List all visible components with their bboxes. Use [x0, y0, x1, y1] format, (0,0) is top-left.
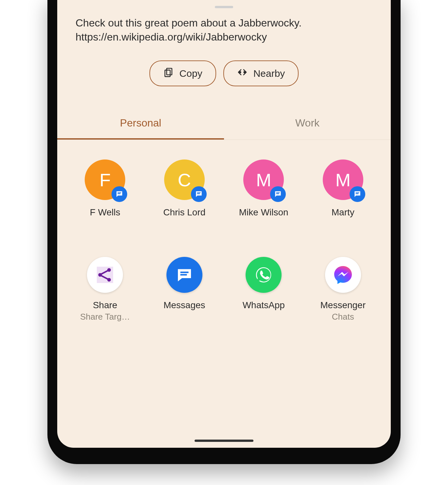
nearby-label: Nearby: [253, 68, 285, 79]
whatsapp-icon: [246, 257, 282, 293]
messenger-icon: [325, 257, 361, 293]
contact-label: Marty: [332, 207, 354, 218]
sheet-drag-handle[interactable]: [215, 6, 233, 8]
svg-rect-4: [118, 192, 121, 193]
action-row: Copy Nearby: [57, 60, 391, 86]
app-sublabel: Share Targ…: [80, 312, 130, 322]
app-label: Messenger: [320, 300, 366, 310]
nearby-icon: [237, 67, 248, 80]
gesture-nav-bar[interactable]: [195, 440, 253, 442]
svg-rect-7: [197, 193, 200, 194]
messages-badge-icon: [270, 186, 286, 202]
svg-rect-6: [197, 192, 200, 193]
svg-point-2: [239, 72, 241, 73]
contact-label: Chris Lord: [163, 207, 205, 218]
contact-item[interactable]: M Mike Wilson: [226, 159, 302, 218]
app-label: WhatsApp: [243, 300, 285, 310]
messages-icon: [166, 257, 202, 293]
share-preview-text: Check out this great poem about a Jabber…: [57, 16, 391, 44]
messages-badge-icon: [112, 186, 127, 202]
app-item-share[interactable]: Share Share Targ…: [67, 257, 143, 322]
app-item-whatsapp[interactable]: WhatsApp: [226, 257, 302, 322]
svg-rect-8: [276, 192, 280, 193]
nearby-button[interactable]: Nearby: [223, 60, 299, 86]
contact-item[interactable]: F F Wells: [67, 159, 143, 218]
share-text-line1: Check out this great poem about a Jabber…: [76, 16, 372, 30]
svg-rect-18: [180, 272, 188, 273]
copy-button[interactable]: Copy: [149, 60, 216, 86]
app-targets: Share Share Targ… Messages: [57, 237, 391, 322]
app-sublabel: Chats: [332, 312, 354, 322]
profile-tabs: Personal Work: [57, 109, 391, 140]
svg-rect-11: [355, 193, 358, 194]
svg-rect-1: [165, 70, 170, 77]
svg-point-3: [244, 72, 245, 73]
direct-share-contacts: F F Wells C Chris Lord M: [57, 140, 391, 218]
phone-frame: Check out this great poem about a Jabber…: [47, 0, 401, 464]
contact-label: F Wells: [90, 207, 120, 218]
svg-rect-10: [355, 192, 359, 193]
app-item-messenger[interactable]: Messenger Chats: [305, 257, 381, 322]
app-item-messages[interactable]: Messages: [146, 257, 223, 322]
share-icon: [87, 257, 123, 293]
contact-item[interactable]: C Chris Lord: [146, 159, 223, 218]
messages-badge-icon: [191, 186, 207, 202]
share-sheet: Check out this great poem about a Jabber…: [57, 0, 391, 448]
app-label: Messages: [164, 300, 205, 310]
contact-item[interactable]: M Marty: [305, 159, 381, 218]
copy-label: Copy: [180, 68, 202, 79]
tab-personal[interactable]: Personal: [57, 109, 224, 140]
svg-rect-19: [180, 274, 187, 276]
share-text-line2: https://en.wikipedia.org/wiki/Jabberwock…: [76, 30, 372, 44]
svg-rect-9: [276, 193, 279, 194]
tab-work[interactable]: Work: [224, 109, 391, 140]
copy-icon: [163, 67, 174, 80]
svg-rect-0: [166, 68, 172, 75]
contact-label: Mike Wilson: [239, 207, 288, 218]
svg-rect-5: [118, 193, 121, 194]
messages-badge-icon: [350, 186, 365, 202]
app-label: Share: [93, 300, 117, 310]
